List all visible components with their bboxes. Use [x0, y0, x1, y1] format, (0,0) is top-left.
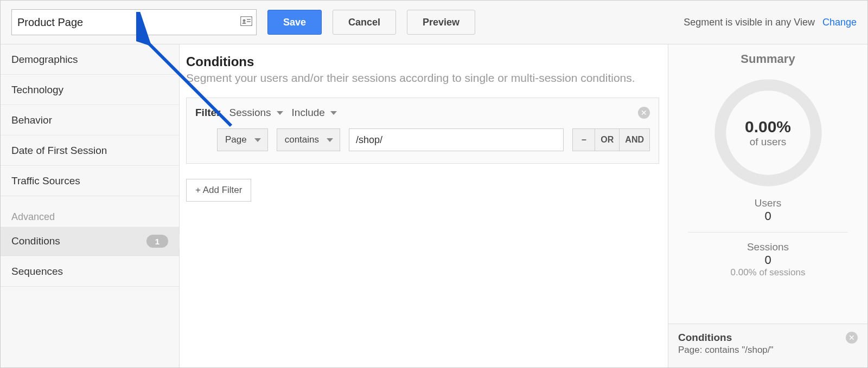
chevron-down-icon	[327, 138, 333, 142]
chevron-down-icon	[330, 111, 337, 115]
sidebar-item-conditions[interactable]: Conditions 1	[1, 226, 179, 256]
dimension-select-label: Page	[225, 134, 247, 145]
dimension-select[interactable]: Page	[217, 128, 268, 151]
users-label: Users	[681, 197, 854, 209]
filter-card: Filter Sessions Include Page	[186, 98, 659, 164]
main-content: Conditions Segment your users and/or the…	[180, 44, 668, 367]
preview-button[interactable]: Preview	[407, 10, 475, 35]
filter-row: Page contains – OR AND	[195, 128, 650, 151]
toolbar: Save Cancel Preview Segment is visible i…	[1, 1, 867, 44]
or-button[interactable]: OR	[595, 128, 620, 151]
change-visibility-link[interactable]: Change	[822, 17, 857, 28]
toolbar-right: Segment is visible in any View Change	[684, 17, 857, 28]
donut-chart: 0.00% of users	[668, 70, 867, 192]
svg-rect-2	[247, 19, 251, 20]
match-type-label: contains	[285, 134, 319, 145]
segment-name-input[interactable]	[11, 9, 257, 35]
sessions-value: 0	[681, 253, 854, 267]
sidebar-item-demographics[interactable]: Demographics	[1, 44, 179, 75]
include-dropdown[interactable]: Include	[292, 107, 337, 119]
save-button[interactable]: Save	[267, 10, 322, 35]
donut-label: of users	[750, 136, 787, 148]
svg-rect-3	[247, 21, 251, 22]
sidebar-item-label: Sequences	[11, 266, 63, 277]
conditions-count-badge: 1	[146, 235, 168, 248]
filter-header: Filter Sessions Include	[195, 107, 650, 119]
scope-dropdown-label: Sessions	[229, 107, 271, 119]
scope-dropdown[interactable]: Sessions	[229, 107, 283, 119]
visibility-text: Segment is visible in any View	[684, 17, 815, 28]
remove-filter-icon[interactable]	[638, 107, 650, 119]
conditions-summary-line: Page: contains "/shop/"	[678, 345, 846, 356]
cancel-button[interactable]: Cancel	[333, 10, 396, 35]
match-type-select[interactable]: contains	[277, 128, 340, 151]
remove-condition-summary-icon[interactable]	[846, 332, 858, 344]
add-filter-button[interactable]: + Add Filter	[186, 179, 251, 202]
sidebar-item-first-session[interactable]: Date of First Session	[1, 135, 179, 166]
id-card-icon	[240, 16, 252, 28]
chevron-down-icon	[277, 111, 283, 115]
sessions-label: Sessions	[681, 241, 854, 253]
sidebar-section-advanced: Advanced	[1, 196, 179, 226]
users-stat: Users 0	[668, 192, 867, 229]
sidebar-item-sequences[interactable]: Sequences	[1, 256, 179, 287]
sidebar-item-technology[interactable]: Technology	[1, 75, 179, 105]
conditions-summary-title: Conditions	[678, 332, 846, 344]
include-dropdown-label: Include	[292, 107, 325, 119]
conditions-summary: Conditions Page: contains "/shop/"	[668, 324, 867, 367]
body: Demographics Technology Behavior Date of…	[1, 44, 867, 367]
summary-title: Summary	[668, 44, 867, 70]
and-button[interactable]: AND	[620, 128, 650, 151]
divider	[688, 232, 848, 233]
sidebar-item-traffic-sources[interactable]: Traffic Sources	[1, 166, 179, 196]
page-subtitle: Segment your users and/or their sessions…	[186, 72, 659, 85]
segment-builder: Save Cancel Preview Segment is visible i…	[0, 0, 868, 368]
chevron-down-icon	[254, 138, 261, 142]
operator-group: – OR AND	[572, 128, 650, 151]
donut-percent: 0.00%	[745, 118, 791, 136]
filter-label: Filter	[195, 107, 220, 119]
sessions-sub: 0.00% of sessions	[681, 267, 854, 278]
sidebar-item-behavior[interactable]: Behavior	[1, 105, 179, 135]
svg-point-1	[243, 20, 246, 22]
page-title: Conditions	[186, 54, 659, 69]
sidebar: Demographics Technology Behavior Date of…	[1, 44, 180, 367]
sidebar-item-label: Conditions	[11, 235, 60, 247]
sessions-stat: Sessions 0 0.00% of sessions	[668, 236, 867, 283]
segment-name-field-wrap	[11, 9, 257, 35]
users-value: 0	[681, 209, 854, 223]
filter-value-input[interactable]	[349, 128, 564, 151]
remove-condition-button[interactable]: –	[572, 128, 595, 151]
summary-panel: Summary 0.00% of users Users 0 Se	[668, 44, 867, 367]
